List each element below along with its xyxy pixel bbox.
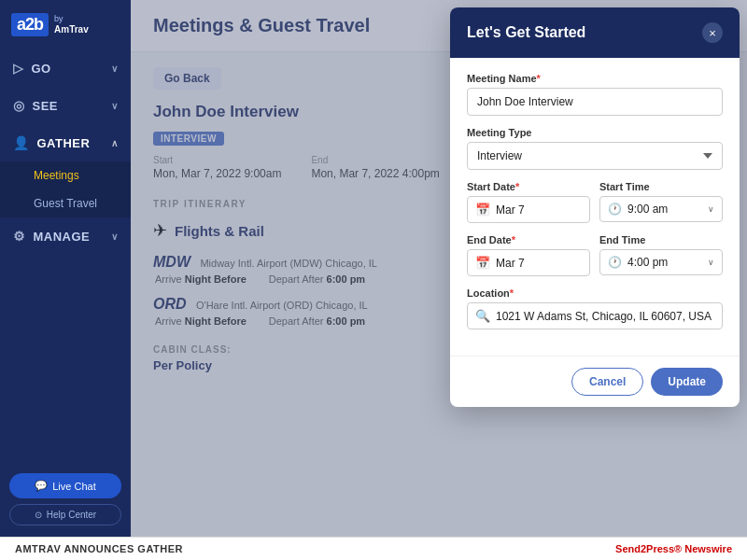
end-time-input-wrap[interactable]: 🕐 ∨ <box>599 249 723 275</box>
start-time-input[interactable] <box>627 203 702 216</box>
live-chat-button[interactable]: 💬 Live Chat <box>9 473 121 498</box>
meeting-name-input[interactable] <box>467 88 723 116</box>
start-date-group: Start Date* 📅 <box>467 181 590 223</box>
end-date-group: End Date* 📅 <box>467 234 590 276</box>
logo: a2b by AmTrav <box>0 0 131 49</box>
start-date-calendar-icon: 📅 <box>475 203 490 217</box>
modal-close-button[interactable]: × <box>702 22 723 43</box>
start-date-label: Start Date* <box>467 181 590 192</box>
modal-body: Meeting Name* Meeting Type Interview Con… <box>450 58 740 356</box>
sidebar-item-see-label: SEE <box>33 99 59 113</box>
manage-chevron-icon: ∨ <box>111 231 119 242</box>
help-center-button[interactable]: ⊙ Help Center <box>9 504 121 525</box>
sidebar-item-go-label: GO <box>32 62 51 76</box>
sidebar-item-meetings[interactable]: Meetings <box>0 161 131 189</box>
end-time-group: End Time 🕐 ∨ <box>599 234 723 276</box>
start-date-input[interactable] <box>496 203 582 217</box>
meeting-type-label: Meeting Type <box>467 127 723 138</box>
meeting-type-group: Meeting Type Interview Conference Traini… <box>467 127 723 170</box>
sidebar-nav: ▷ GO ∨ ◎ SEE ∨ 👤 GATHER ∧ <box>0 49 131 462</box>
location-group: Location* 🔍 <box>467 287 723 329</box>
meeting-name-group: Meeting Name* <box>467 73 723 116</box>
start-time-input-wrap[interactable]: 🕐 ∨ <box>599 196 723 222</box>
bottom-left-text: AMTRAV ANNOUNCES GATHER <box>15 543 183 554</box>
meeting-name-label: Meeting Name* <box>467 73 723 84</box>
cancel-button[interactable]: Cancel <box>571 368 643 396</box>
go-chevron-icon: ∨ <box>111 63 119 74</box>
manage-icon: ⚙ <box>13 229 26 244</box>
sidebar-item-guest-travel[interactable]: Guest Travel <box>0 189 131 217</box>
gather-subnav: Meetings Guest Travel <box>0 161 131 217</box>
logo-a2b: a2b <box>11 13 49 36</box>
start-time-group: Start Time 🕐 ∨ <box>599 181 723 223</box>
location-input[interactable] <box>496 310 714 323</box>
sidebar-item-gather-label: GATHER <box>37 136 91 150</box>
end-time-chevron-icon: ∨ <box>708 258 714 267</box>
modal-footer: Cancel Update <box>450 356 740 407</box>
end-time-input[interactable] <box>627 256 702 269</box>
logo-amtrav: AmTrav <box>54 24 89 35</box>
bottom-right-text: Send2Press® Newswire <box>615 543 732 554</box>
bottom-bar: AMTRAV ANNOUNCES GATHER Send2Press® News… <box>0 537 747 560</box>
modal-title: Let's Get Started <box>467 24 585 41</box>
end-date-input-wrap[interactable]: 📅 <box>467 249 590 276</box>
chat-icon: 💬 <box>35 480 48 492</box>
gather-chevron-icon: ∧ <box>111 138 119 148</box>
modal-header: Let's Get Started × <box>450 7 740 58</box>
main-content: Meetings & Guest Travel Go Back John Doe… <box>131 0 747 537</box>
sidebar-item-manage[interactable]: ⚙ MANAGE ∨ <box>0 217 131 255</box>
help-icon: ⊙ <box>35 510 42 520</box>
end-time-clock-icon: 🕐 <box>608 256 622 269</box>
location-search-icon: 🔍 <box>475 309 490 323</box>
start-time-chevron-icon: ∨ <box>708 204 714 214</box>
start-time-clock-icon: 🕐 <box>608 203 622 216</box>
start-date-input-wrap[interactable]: 📅 <box>467 196 590 223</box>
sidebar-item-see[interactable]: ◎ SEE ∨ <box>0 87 131 124</box>
modal: Let's Get Started × Meeting Name* Meetin… <box>450 7 740 407</box>
go-icon: ▷ <box>13 61 24 76</box>
sidebar-item-go[interactable]: ▷ GO ∨ <box>0 49 131 87</box>
end-row: End Date* 📅 End Time 🕐 ∨ <box>467 234 723 287</box>
meeting-type-select[interactable]: Interview Conference Training Other <box>467 142 723 170</box>
see-icon: ◎ <box>13 98 25 113</box>
send2press-label: Send2Press® Newswire <box>615 543 732 554</box>
location-input-wrap[interactable]: 🔍 <box>467 302 723 329</box>
logo-by: by <box>54 14 89 24</box>
sidebar-item-gather[interactable]: 👤 GATHER ∧ <box>0 124 131 161</box>
gather-icon: 👤 <box>13 135 30 150</box>
end-date-input[interactable] <box>496 257 582 270</box>
sidebar-bottom: 💬 Live Chat ⊙ Help Center <box>0 462 131 537</box>
sidebar: a2b by AmTrav ▷ GO ∨ ◎ SEE ∨ <box>0 0 131 537</box>
end-time-label: End Time <box>599 234 723 245</box>
location-label: Location* <box>467 287 723 299</box>
start-time-label: Start Time <box>599 181 723 192</box>
start-row: Start Date* 📅 Start Time 🕐 ∨ <box>467 181 723 234</box>
see-chevron-icon: ∨ <box>111 101 119 111</box>
end-date-calendar-icon: 📅 <box>475 256 490 270</box>
sidebar-item-manage-label: MANAGE <box>34 230 91 244</box>
end-date-label: End Date* <box>467 234 590 245</box>
update-button[interactable]: Update <box>651 368 723 396</box>
